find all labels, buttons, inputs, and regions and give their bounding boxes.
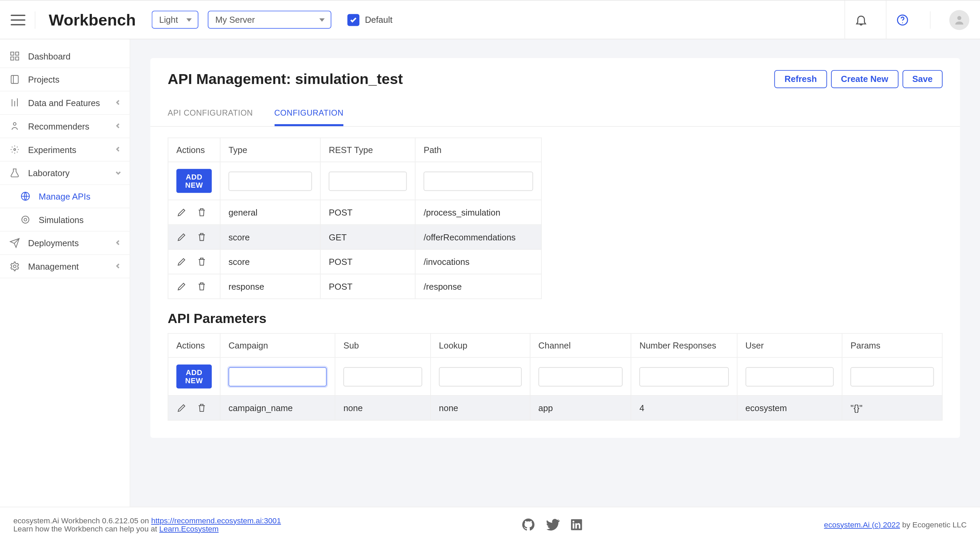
page-title: API Management: simulation_test — [168, 70, 403, 88]
tab-api-configuration[interactable]: API CONFIGURATION — [168, 101, 253, 126]
add-new-param-button[interactable]: ADD NEW — [176, 365, 212, 389]
sidebar-item-manage-apis[interactable]: Manage APIs — [0, 185, 130, 208]
sidebar-item-simulations[interactable]: Simulations — [0, 208, 130, 232]
github-icon[interactable] — [521, 517, 536, 531]
server-select[interactable]: My Server — [208, 11, 331, 29]
svg-rect-6 — [16, 57, 19, 60]
menu-icon[interactable] — [11, 14, 25, 25]
table-row[interactable]: general POST /process_simulation — [168, 200, 541, 225]
footer-link-eco[interactable]: ecosystem.Ai (c) 2022 — [824, 520, 900, 528]
bell-icon[interactable] — [844, 0, 876, 39]
sidebar-item-label: Management — [28, 261, 79, 271]
svg-rect-7 — [11, 76, 18, 84]
th-rest: REST Type — [321, 138, 415, 162]
sidebar-item-projects[interactable]: Projects — [0, 68, 130, 92]
sidebar-item-deployments[interactable]: Deployments — [0, 231, 130, 255]
footer-link-learn[interactable]: Learn.Ecosystem — [159, 524, 218, 532]
sidebar-item-management[interactable]: Management — [0, 255, 130, 279]
sidebar-item-data[interactable]: Data and Features — [0, 92, 130, 115]
footer: ecosystem.Ai Workbench 0.6.212.05 on htt… — [0, 507, 980, 541]
edit-icon[interactable] — [176, 257, 187, 267]
sidebar-item-dashboard[interactable]: Dashboard — [0, 45, 130, 68]
param-user-input[interactable] — [746, 367, 834, 386]
trash-icon[interactable] — [196, 257, 207, 267]
header: Workbench Light My Server Default — [0, 1, 980, 40]
th-actions: Actions — [168, 138, 220, 162]
svg-point-9 — [14, 149, 16, 150]
add-new-config-button[interactable]: ADD NEW — [176, 169, 212, 193]
chevron-down-icon — [115, 168, 122, 178]
chevron-left-icon — [115, 144, 122, 154]
svg-rect-5 — [11, 57, 14, 60]
svg-point-2 — [957, 16, 961, 20]
sidebar-item-recommenders[interactable]: Recommenders — [0, 115, 130, 138]
sidebar-item-label: Manage APIs — [39, 191, 91, 201]
sidebar-item-label: Simulations — [39, 214, 84, 224]
avatar[interactable] — [950, 10, 969, 30]
params-title: API Parameters — [168, 311, 943, 326]
table-row[interactable]: score POST /invocations — [168, 249, 541, 274]
theme-select[interactable]: Light — [152, 11, 198, 29]
svg-point-12 — [22, 216, 29, 223]
sidebar-item-label: Experiments — [28, 144, 76, 154]
sidebar: Dashboard Projects Data and Features Rec… — [0, 40, 130, 507]
param-campaign-input[interactable] — [228, 367, 327, 386]
twitter-icon[interactable] — [545, 517, 560, 531]
svg-point-1 — [902, 22, 903, 23]
default-checkbox[interactable] — [347, 14, 360, 25]
edit-icon[interactable] — [176, 207, 187, 218]
sidebar-item-label: Recommenders — [28, 121, 89, 131]
svg-rect-4 — [16, 52, 19, 55]
footer-link-host[interactable]: https://recommend.ecosystem.ai:3001 — [151, 517, 281, 525]
table-row[interactable]: campaign_name none none app 4 ecosystem … — [168, 395, 942, 420]
sidebar-item-label: Laboratory — [28, 168, 69, 178]
create-new-button[interactable]: Create New — [831, 70, 898, 88]
trash-icon[interactable] — [196, 207, 207, 218]
table-row[interactable]: score GET /offerRecommendations — [168, 225, 541, 250]
sidebar-item-laboratory[interactable]: Laboratory — [0, 162, 130, 185]
trash-icon[interactable] — [196, 281, 207, 292]
content: API Management: simulation_test Refresh … — [130, 40, 980, 507]
refresh-button[interactable]: Refresh — [775, 70, 827, 88]
svg-point-11 — [24, 218, 27, 221]
trash-icon[interactable] — [196, 403, 207, 413]
trash-icon[interactable] — [196, 231, 207, 242]
sidebar-item-label: Deployments — [28, 238, 79, 248]
svg-point-8 — [13, 123, 16, 125]
default-label: Default — [365, 14, 392, 24]
chevron-left-icon — [115, 238, 122, 248]
config-rest-input[interactable] — [329, 171, 407, 191]
sidebar-item-experiments[interactable]: Experiments — [0, 138, 130, 162]
th-path: Path — [415, 138, 541, 162]
edit-icon[interactable] — [176, 281, 187, 292]
params-table: Actions Campaign Sub Lookup Channel Numb… — [168, 333, 943, 421]
param-channel-input[interactable] — [538, 367, 623, 386]
edit-icon[interactable] — [176, 403, 187, 413]
save-button[interactable]: Save — [902, 70, 943, 88]
linkedin-icon[interactable] — [569, 517, 584, 531]
param-num-input[interactable] — [640, 367, 729, 386]
chevron-left-icon — [115, 98, 122, 108]
param-sub-input[interactable] — [343, 367, 422, 386]
th-type: Type — [220, 138, 321, 162]
svg-rect-3 — [11, 52, 14, 55]
tab-configuration[interactable]: CONFIGURATION — [274, 101, 344, 126]
svg-point-13 — [13, 265, 16, 268]
sidebar-item-label: Projects — [28, 74, 59, 84]
config-type-input[interactable] — [228, 171, 312, 191]
brand: Workbench — [49, 10, 136, 29]
table-row[interactable]: response POST /response — [168, 274, 541, 299]
param-params-input[interactable] — [850, 367, 934, 386]
edit-icon[interactable] — [176, 231, 187, 242]
help-icon[interactable] — [886, 0, 918, 39]
config-table: Actions Type REST Type Path ADD NEW — [168, 137, 542, 299]
chevron-left-icon — [115, 261, 122, 271]
param-lookup-input[interactable] — [439, 367, 522, 386]
sidebar-item-label: Data and Features — [28, 98, 100, 108]
sidebar-item-label: Dashboard — [28, 51, 70, 61]
config-path-input[interactable] — [424, 171, 533, 191]
chevron-left-icon — [115, 121, 122, 131]
